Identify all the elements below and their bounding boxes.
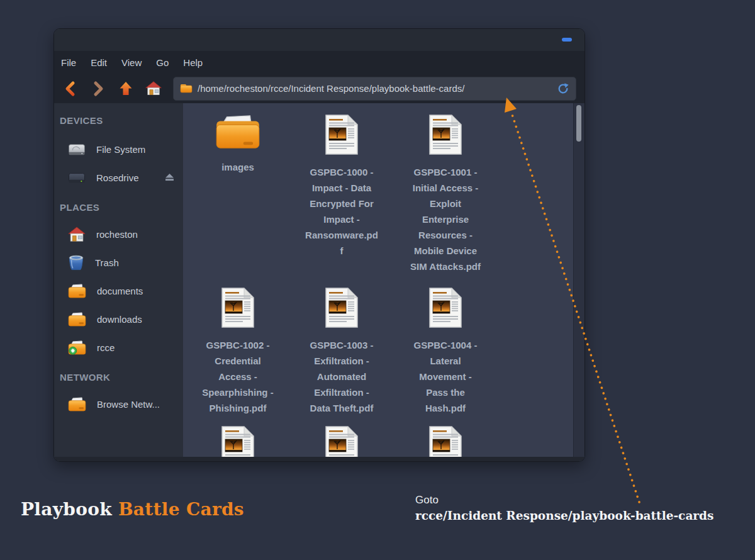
sidebar-header-devices: DEVICES <box>60 115 183 126</box>
sidebar-item-label: File System <box>96 144 145 155</box>
pdf-icon <box>325 287 359 328</box>
sidebar-item-downloads[interactable]: downloads <box>54 305 183 333</box>
file-item-gspbc-1001[interactable]: GSPBC-1001 - Initial Access - Exploit En… <box>395 114 496 274</box>
refresh-icon <box>557 82 569 95</box>
sidebar-item-trash[interactable]: Trash <box>54 249 183 277</box>
file-item-gspbc-1003[interactable]: GSPBC-1003 - Exfiltration - Automated Ex… <box>291 287 392 416</box>
window-titlebar[interactable] <box>54 29 584 51</box>
forward-chevron-icon <box>91 81 106 97</box>
home-button[interactable] <box>145 81 162 97</box>
back-chevron-icon <box>63 81 78 97</box>
forward-button[interactable] <box>90 81 106 97</box>
home-icon <box>145 81 162 96</box>
pdf-icon <box>221 425 255 457</box>
file-item-images[interactable]: images <box>187 114 288 175</box>
menu-go[interactable]: Go <box>156 57 169 68</box>
refresh-button[interactable] <box>557 82 569 95</box>
toolbar: /home/rocheston/rcce/Incident Response/p… <box>54 74 584 103</box>
pdf-icon <box>428 114 462 155</box>
file-name: GSPBC-1004 - Lateral Movement - Pass the… <box>408 337 483 416</box>
file-grid: images GSPBC-1000 - Impact - Data Encryp… <box>183 103 573 457</box>
file-name: GSPBC-1003 - Exfiltration - Automated Ex… <box>304 337 379 416</box>
file-item-partial-1[interactable] <box>187 425 288 457</box>
pdf-icon <box>221 287 255 328</box>
scrollbar-thumb[interactable] <box>576 105 581 142</box>
brand-word-playbook: Playbook <box>21 499 112 520</box>
goto-path: rcce/Incident Response/playbook-battle-c… <box>415 509 713 522</box>
pdf-icon <box>428 425 462 457</box>
sidebar-item-browse-network[interactable]: Browse Netw... <box>54 390 183 418</box>
file-item-gspbc-1002[interactable]: GSPBC-1002 - Credential Access - Spearph… <box>187 287 288 416</box>
minimize-indicator[interactable] <box>562 38 572 42</box>
vertical-scrollbar[interactable] <box>573 103 584 457</box>
file-item-partial-3[interactable] <box>395 425 496 457</box>
brand-word-battle-cards: Battle Cards <box>118 499 244 520</box>
folder-new-badge-icon <box>68 340 86 355</box>
folder-icon <box>68 312 86 327</box>
menu-file[interactable]: File <box>61 57 76 68</box>
pdf-icon <box>325 114 359 155</box>
folder-icon <box>215 114 261 150</box>
menu-help[interactable]: Help <box>183 57 203 68</box>
sidebar-item-label: rocheston <box>96 229 138 240</box>
file-name: GSPBC-1001 - Initial Access - Exploit En… <box>408 164 483 274</box>
file-name: images <box>200 159 276 175</box>
sidebar-item-label: Trash <box>95 257 119 268</box>
up-button[interactable] <box>118 81 134 97</box>
up-arrow-icon <box>118 81 133 97</box>
folder-icon <box>68 397 86 412</box>
folder-icon <box>68 284 86 298</box>
trash-icon <box>68 255 84 271</box>
window-bottom-edge <box>54 457 584 461</box>
menu-view[interactable]: View <box>121 57 142 68</box>
sidebar-header-network: NETWORK <box>60 372 183 383</box>
pdf-icon <box>325 425 359 457</box>
goto-label: Goto <box>415 494 713 507</box>
file-name: GSPBC-1002 - Credential Access - Spearph… <box>200 337 276 416</box>
eject-icon <box>165 173 174 181</box>
eject-button[interactable] <box>165 172 174 184</box>
location-bar[interactable]: /home/rocheston/rcce/Incident Response/p… <box>173 77 576 101</box>
external-drive-icon <box>68 171 86 186</box>
pdf-icon <box>428 287 462 328</box>
sidebar-item-documents[interactable]: documents <box>54 277 183 305</box>
file-item-gspbc-1004[interactable]: GSPBC-1004 - Lateral Movement - Pass the… <box>395 287 496 416</box>
file-item-partial-2[interactable] <box>291 425 392 457</box>
goto-instruction: Goto rcce/Incident Response/playbook-bat… <box>415 494 713 522</box>
sidebar-item-rocheston[interactable]: rocheston <box>54 220 183 249</box>
sidebar-item-label: rcce <box>97 342 115 353</box>
sidebar-item-label: Browse Netw... <box>97 399 160 410</box>
harddisk-icon <box>68 142 86 157</box>
path-text[interactable]: /home/rocheston/rcce/Incident Response/p… <box>198 83 552 94</box>
sidebar-item-label: Rosedrive <box>96 172 139 183</box>
sidebar: DEVICES File System Rosedrive PLACES roc… <box>54 103 183 457</box>
file-item-gspbc-1000[interactable]: GSPBC-1000 - Impact - Data Encrypted For… <box>291 114 392 259</box>
menu-edit[interactable]: Edit <box>91 57 107 68</box>
sidebar-item-file-system[interactable]: File System <box>54 135 183 164</box>
home-icon <box>68 227 86 242</box>
menu-bar: File Edit View Go Help <box>54 51 584 74</box>
sidebar-item-label: downloads <box>97 314 142 325</box>
path-folder-icon <box>180 83 193 94</box>
file-name: GSPBC-1000 - Impact - Data Encrypted For… <box>304 164 379 259</box>
sidebar-item-label: documents <box>97 286 143 296</box>
file-manager-window: File Edit View Go Help <box>53 28 585 462</box>
sidebar-header-places: PLACES <box>60 202 183 213</box>
brand-title: Playbook Battle Cards <box>21 499 244 520</box>
sidebar-item-rosedrive[interactable]: Rosedrive <box>54 164 183 192</box>
back-button[interactable] <box>62 81 79 97</box>
sidebar-item-rcce[interactable]: rcce <box>54 333 183 362</box>
